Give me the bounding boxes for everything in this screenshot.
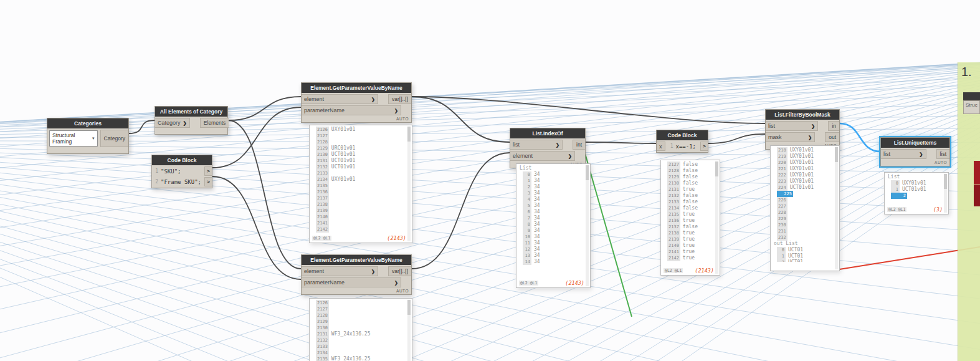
list-item: 2136	[312, 189, 406, 195]
preview-scrollbar[interactable]	[407, 300, 411, 361]
list-value: UXY01v01	[790, 172, 814, 178]
code-line[interactable]: 2"Frame SKU";	[152, 177, 204, 186]
wire-filterbyboolmask-in-to-uniqueitems-list[interactable]	[840, 123, 880, 152]
list-item: 2139	[312, 208, 406, 214]
lacing-auto-label[interactable]: AUTO	[302, 289, 411, 294]
preview-element-getparametervaluebyname-2[interactable]: 212621272128212921302131WF3_24x136.25213…	[309, 298, 412, 361]
list-item: 2128false	[663, 168, 714, 174]
list-index: 2126	[316, 300, 329, 306]
list-item: 2129	[312, 319, 406, 325]
list-index: 0	[777, 247, 786, 253]
node-title[interactable]: List.IndexOf	[510, 128, 585, 138]
red-node-bar-2[interactable]	[974, 185, 980, 206]
lacing-auto-label[interactable]: AUTO	[302, 117, 411, 122]
preview-levels-badge[interactable]: @L2 @L1	[312, 236, 331, 241]
output-port-list[interactable]: list	[936, 149, 949, 159]
input-port-parameterName[interactable]: parameterName❯	[302, 105, 401, 115]
preview-scrollbar[interactable]	[586, 165, 589, 286]
output-port-line-2[interactable]: >	[204, 177, 212, 186]
output-port-Category[interactable]: Category	[100, 130, 129, 147]
code-line[interactable]: 1x==-1;	[667, 142, 701, 151]
preview-list-indexof[interactable]: List034134234334434534634734834934103411…	[516, 163, 591, 288]
list-item: 2126	[312, 300, 406, 306]
wire-getparam1-to-filterbyboolmask-list[interactable]	[412, 97, 765, 123]
preview-list-uniqueitems[interactable]: List0UXY01v011UCT01v012@L2 @L1(3)	[884, 172, 949, 214]
categories-dropdown[interactable]: Structural Framing▾	[49, 130, 98, 147]
node-code-block-sku[interactable]: Code Block1"SKU";>2"Frame SKU";>	[151, 155, 212, 188]
list-item: 2129URC01v01	[312, 145, 406, 152]
list-item: 034	[518, 171, 584, 178]
input-port-list[interactable]: list❯	[510, 140, 563, 150]
preview-list-filterbyboolmask[interactable]: 218UXY01v01219UXY01v01220UXY01v01221UXY0…	[770, 145, 840, 271]
wire-codeblock-framesku-to-getparam2-parametername[interactable]	[212, 176, 301, 279]
node-element-getparametervaluebyname-2[interactable]: Element.GetParameterValueByNameelement❯v…	[301, 254, 412, 295]
output-port-out[interactable]: out	[825, 132, 839, 142]
input-port-list[interactable]: list❯	[881, 149, 926, 159]
list-item: 230	[773, 222, 834, 228]
preview-levels-badge[interactable]: @L2 @L1	[887, 207, 906, 212]
partial-node-text: Struc	[966, 102, 978, 108]
list-item: 0UXY01v01	[887, 180, 943, 186]
node-list-uniqueitems[interactable]: List.UniqueItemslist❯listAUTO	[880, 137, 950, 166]
list-item: 2137	[312, 195, 406, 201]
partial-node-header[interactable]	[963, 92, 980, 100]
list-value: UXY01v01	[902, 180, 926, 186]
output-port-line-1[interactable]: >	[700, 142, 708, 151]
list-index: 221	[777, 166, 787, 172]
output-port-var[]..[][interactable]: var[]..[]	[388, 266, 411, 276]
port-chevron-icon: ❯	[808, 135, 812, 140]
list-value: false	[683, 180, 698, 186]
node-title[interactable]: Element.GetParameterValueByName	[302, 255, 411, 265]
node-title[interactable]: All Elements of Category	[155, 107, 227, 117]
input-port-x[interactable]: x	[657, 142, 665, 151]
preview-levels-badge[interactable]: @L2 @L1	[664, 268, 683, 273]
output-port-in[interactable]: in	[828, 121, 839, 131]
node-all-elements-of-category[interactable]: All Elements of CategoryCategory❯Element…	[155, 106, 228, 135]
group-1[interactable]: 1. Struc	[958, 62, 980, 361]
preview-levels-badge[interactable]: @L2 @L1	[519, 281, 538, 286]
output-port-Elements[interactable]: Elements	[200, 118, 229, 128]
list-item: 1334	[518, 253, 584, 259]
list-item: 226	[773, 197, 834, 203]
node-title[interactable]: Element.GetParameterValueByName	[302, 83, 411, 93]
list-item: 227	[773, 203, 834, 209]
list-index: 2138	[667, 230, 680, 236]
input-port-element[interactable]: element❯	[510, 151, 575, 161]
preview-element-getparametervaluebyname-1[interactable]: 2126UXY01v01212721282129URC01v012130UCT0…	[309, 125, 412, 243]
input-port-parameterName[interactable]: parameterName❯	[302, 277, 401, 287]
node-title[interactable]: Code Block	[657, 130, 708, 140]
input-port-element[interactable]: element❯	[302, 94, 378, 104]
input-port-list[interactable]: list❯	[766, 121, 818, 131]
node-code-block-compare[interactable]: Code Blockx1x==-1;>	[656, 130, 708, 153]
red-node-bar-1[interactable]	[974, 161, 980, 185]
list-item: 1UCT01	[773, 253, 834, 259]
node-title[interactable]: List.FilterByBoolMask	[766, 110, 839, 120]
node-list-filterbyboolmask[interactable]: List.FilterByBoolMasklist❯inmask❯outAUTO	[765, 109, 840, 150]
list-value: 34	[534, 171, 540, 178]
code-line[interactable]: 1"SKU";	[152, 166, 204, 176]
partial-node-body[interactable]: Struc	[963, 100, 980, 114]
input-port-Category[interactable]: Category❯	[155, 118, 190, 128]
wire-listindexof-to-codeblock-x[interactable]	[586, 142, 656, 143]
preview-scrollbar[interactable]	[835, 147, 838, 269]
preview-scrollbar[interactable]	[407, 127, 411, 241]
preview-scrollbar[interactable]	[944, 174, 947, 213]
node-title[interactable]: Code Block	[152, 155, 212, 165]
preview-item-count: (3)	[933, 206, 943, 213]
node-title[interactable]: Categories	[47, 118, 128, 128]
output-port-var[]..[][interactable]: var[]..[]	[388, 94, 411, 104]
output-port-int[interactable]: int	[573, 140, 585, 150]
dynamo-workspace[interactable]: 1. Struc CategoriesStructural Framing▾Ca…	[0, 0, 980, 361]
node-element-getparametervaluebyname-1[interactable]: Element.GetParameterValueByNameelement❯v…	[301, 82, 412, 123]
output-port-line-1[interactable]: >	[204, 166, 212, 176]
preview-code-block-compare[interactable]: 2127false2128false2129false2130false2131…	[660, 160, 720, 276]
lacing-auto-label[interactable]: AUTO	[881, 160, 949, 166]
input-port-mask[interactable]: mask❯	[766, 132, 815, 142]
input-port-element[interactable]: element❯	[302, 266, 378, 276]
list-value: 34	[534, 228, 540, 234]
preview-scrollbar[interactable]	[715, 161, 718, 274]
node-title[interactable]: List.UniqueItems	[881, 138, 949, 148]
list-value: true	[683, 186, 695, 193]
node-list-indexof[interactable]: List.IndexOflist❯intelement❯AUTO	[510, 128, 586, 168]
node-categories[interactable]: CategoriesStructural Framing▾Category	[47, 118, 129, 154]
